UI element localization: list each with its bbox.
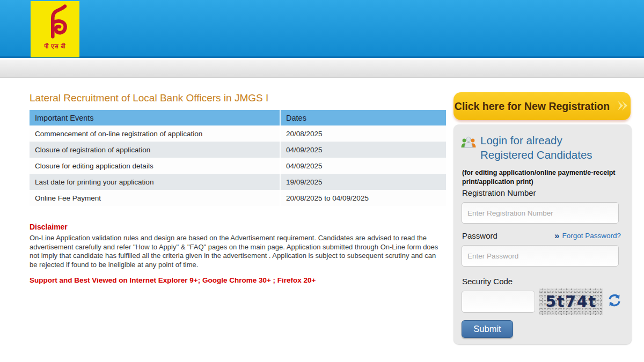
date-cell: 04/09/2025 <box>280 158 446 174</box>
dates-column-header: Dates <box>280 110 446 125</box>
login-heading-line2: Registered Candidates <box>480 147 592 162</box>
login-heading: Login for already Registered Candidates <box>461 133 592 162</box>
table-row: Closure of registration of application 0… <box>30 142 446 158</box>
table-row: Commencement of on-line registration of … <box>30 125 446 142</box>
header-bar <box>0 0 644 58</box>
login-subnote: (for editing application/online payment/… <box>462 168 626 187</box>
refresh-icon <box>608 301 621 309</box>
event-cell: Online Fee Payment <box>30 190 280 206</box>
events-table: Important Events Dates Commencement of o… <box>30 110 446 206</box>
table-row: Last date for printing your application … <box>30 174 446 190</box>
double-chevron-right-icon <box>614 99 630 114</box>
submit-button[interactable]: Submit <box>462 320 513 338</box>
disclaimer-text: On-Line Application validation rules and… <box>30 234 445 269</box>
login-heading-line1: Login for already <box>480 133 592 147</box>
security-code-input[interactable] <box>462 291 535 313</box>
logo-caption: पी एस बी <box>45 43 66 50</box>
table-row: Closure for editing application details … <box>30 158 446 174</box>
event-cell: Commencement of on-line registration of … <box>30 125 280 142</box>
new-registration-button[interactable]: Click here for New Registration <box>453 92 631 120</box>
page: पी एस बी Lateral Recruitment of Local Ba… <box>0 0 644 362</box>
events-table-header-row: Important Events Dates <box>30 110 446 125</box>
disclaimer-heading: Disclaimer <box>30 223 445 231</box>
psb-logo-icon <box>40 1 71 42</box>
table-row: Online Fee Payment 20/08/2025 to 04/09/2… <box>30 190 446 206</box>
registration-number-label: Registration Number <box>462 188 536 197</box>
date-cell: 04/09/2025 <box>280 142 446 158</box>
event-cell: Closure of registration of application <box>30 142 280 158</box>
date-cell: 19/09/2025 <box>280 174 446 190</box>
password-label: Password <box>462 231 497 240</box>
event-cell: Closure for editing application details <box>30 158 280 174</box>
bank-logo: पी एस बी <box>31 1 79 57</box>
browser-support-note: Support and Best Viewed on Internet Expl… <box>30 276 316 284</box>
security-code-label: Security Code <box>462 277 513 286</box>
double-chevron-right-icon: » <box>554 231 559 240</box>
forgot-password-link[interactable]: Forgot Password? <box>562 232 621 240</box>
event-cell: Last date for printing your application <box>30 174 280 190</box>
registration-number-input[interactable] <box>462 202 619 224</box>
disclaimer-section: Disclaimer On-Line Application validatio… <box>30 223 445 269</box>
date-cell: 20/08/2025 to 04/09/2025 <box>280 190 446 206</box>
captcha-refresh-button[interactable] <box>608 293 621 307</box>
sub-header-bar <box>0 60 644 78</box>
page-title: Lateral Recruitment of Local Bank Office… <box>30 92 268 104</box>
password-row: Password » Forgot Password? <box>462 231 621 240</box>
captcha-image: 5t74t <box>539 289 603 315</box>
new-registration-label: Click here for New Registration <box>455 100 610 113</box>
date-cell: 20/08/2025 <box>280 125 446 142</box>
users-group-icon <box>461 136 476 162</box>
captcha-text: 5t74t <box>545 293 596 311</box>
events-column-header: Important Events <box>30 110 280 125</box>
password-input[interactable] <box>462 245 619 267</box>
events-table-container: Important Events Dates Commencement of o… <box>30 110 446 206</box>
login-panel: Login for already Registered Candidates … <box>453 124 632 344</box>
